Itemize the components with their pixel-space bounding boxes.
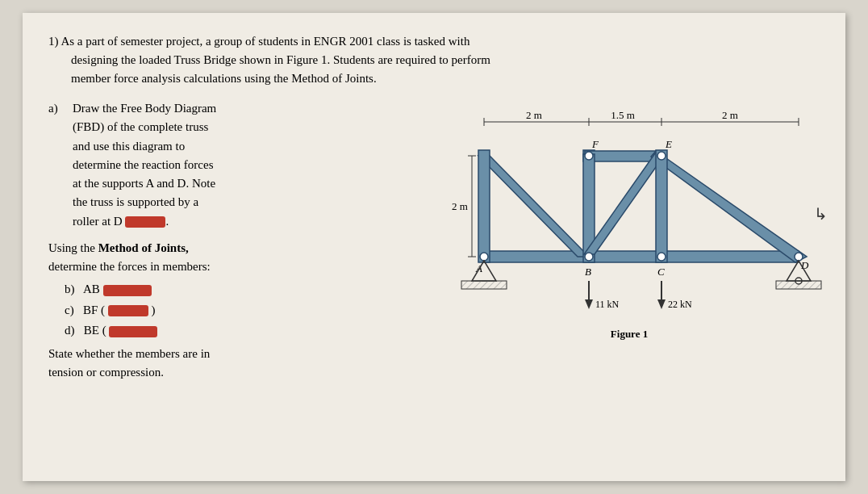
label-B: B [585, 266, 591, 278]
redacted-4 [109, 326, 157, 337]
dim-15m: 1.5 m [611, 109, 635, 121]
dim-2m-right: 2 m [722, 109, 738, 121]
svg-marker-13 [661, 251, 799, 262]
node-E [657, 152, 666, 160]
force-22kN-label: 22 kN [668, 299, 692, 310]
label-E: E [665, 138, 672, 150]
part-c-row: c) BF ( ) [65, 300, 395, 321]
svg-marker-14 [478, 156, 589, 257]
sub-parts: b) AB c) BF ( ) d) BE ( [65, 279, 395, 341]
intro-line3: member force analysis calculations using… [71, 69, 820, 88]
cursor-arrow: ↳ [814, 204, 828, 224]
part-b-row: b) AB [65, 279, 395, 300]
svg-marker-12 [589, 251, 661, 262]
truss-svg: 2 m 1.5 m 2 m 2 m [395, 99, 847, 374]
left-column: a) Draw the Free Body Diagram (FBD) of t… [48, 99, 395, 382]
part-d-row: d) BE ( [65, 320, 395, 341]
node-C [657, 253, 666, 261]
svg-marker-17 [651, 151, 807, 262]
question-header: 1) As a part of semester project, a grou… [48, 32, 820, 88]
using-method: Using the Method of Joints, determine th… [48, 239, 395, 277]
redacted-1 [125, 216, 165, 228]
intro-line1: As a part of semester project, a group o… [61, 35, 469, 48]
question-number-label: 1) [48, 35, 59, 48]
part-a: a) Draw the Free Body Diagram (FBD) of t… [48, 99, 395, 231]
node-B [585, 253, 593, 261]
force-11kN-arrow [585, 299, 593, 309]
intro-line2: designing the loaded Truss Bridge shown … [71, 51, 820, 69]
redacted-2 [103, 285, 152, 296]
part-a-label: a) [48, 99, 73, 231]
force-11kN-label: 11 kN [595, 299, 620, 310]
ground-D [776, 281, 821, 289]
part-a-text: Draw the Free Body Diagram (FBD) of the … [73, 99, 395, 231]
svg-marker-21 [478, 150, 490, 262]
using-line1: Using the Method of Joints, [48, 239, 395, 257]
label-F: F [591, 138, 599, 150]
svg-marker-20 [656, 150, 667, 262]
page: 1) As a part of semester project, a grou… [23, 13, 845, 481]
figure-label: Figure 1 [611, 328, 648, 340]
force-22kN-arrow [657, 299, 666, 309]
state-section: State whether the members are in tension… [48, 345, 395, 383]
using-line2: determine the forces in members: [48, 257, 395, 276]
dim-2m-side: 2 m [452, 200, 468, 212]
content-row: a) Draw the Free Body Diagram (FBD) of t… [48, 99, 820, 382]
label-C: C [657, 266, 665, 278]
svg-marker-19 [584, 153, 666, 254]
state-line1: State whether the members are in [48, 345, 395, 363]
dim-2m-left: 2 m [526, 109, 542, 121]
state-line2: tension or compression. [48, 363, 395, 382]
ground-A [461, 281, 507, 289]
node-F [585, 152, 593, 160]
redacted-3 [108, 305, 148, 316]
truss-diagram: 2 m 1.5 m 2 m 2 m [395, 99, 820, 374]
node-A [480, 253, 488, 261]
